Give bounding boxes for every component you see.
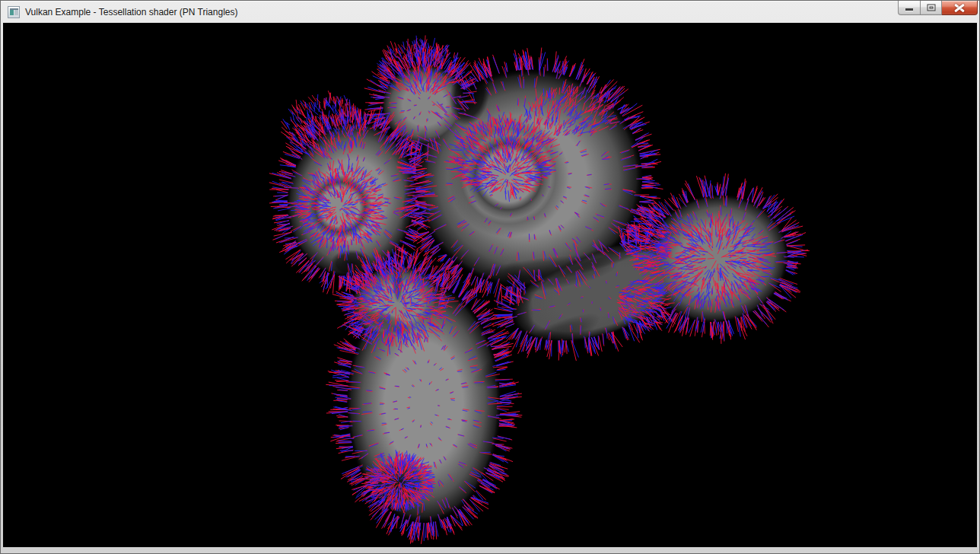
maximize-button[interactable] [920, 1, 942, 15]
app-icon-detail [14, 10, 18, 15]
close-icon [954, 3, 966, 12]
minimize-icon [905, 8, 913, 11]
vulkan-render-canvas[interactable] [3, 23, 977, 547]
maximize-icon [927, 5, 935, 11]
app-icon[interactable] [8, 6, 20, 18]
minimize-button[interactable] [898, 1, 920, 15]
window-controls [898, 1, 978, 15]
close-button[interactable] [942, 1, 978, 15]
app-window: Vulkan Example - Tessellation shader (PN… [0, 0, 980, 554]
render-viewport [3, 23, 977, 547]
app-icon-detail [10, 10, 14, 15]
window-title: Vulkan Example - Tessellation shader (PN… [25, 7, 237, 18]
titlebar[interactable]: Vulkan Example - Tessellation shader (PN… [1, 1, 979, 23]
